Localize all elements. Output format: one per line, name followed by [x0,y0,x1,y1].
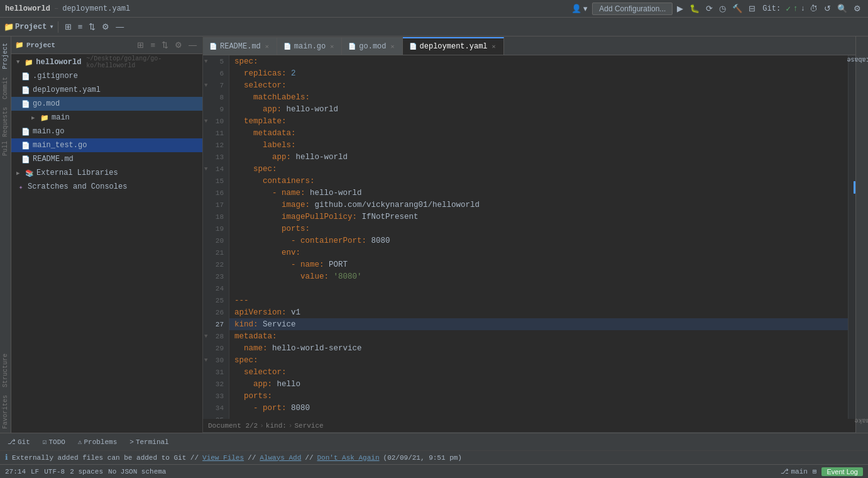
notification-bar: ℹ Externally added files can be added to… [0,450,868,464]
line-10: ▼10 [203,115,229,127]
tree-item-deployment[interactable]: 📄 deployment.yaml [11,83,202,97]
status-schema[interactable]: No JSON schema [108,468,166,475]
panel-sort-button[interactable]: ⇅ [160,40,170,50]
tab-readme[interactable]: 📄 README.md ✕ [203,37,277,55]
status-indent[interactable]: 2 spaces [70,468,103,475]
tree-root-arrow: ▼ [16,59,22,65]
project-label[interactable]: Project ▾ [15,22,54,31]
status-charset[interactable]: UTF-8 [44,468,65,475]
toolbar-sort-button[interactable]: ⇅ [86,21,98,33]
status-branch[interactable]: ⎇ main [781,467,807,475]
toolbar-settings-button[interactable]: ⚙ [99,21,112,33]
tool-terminal[interactable]: > Terminal [126,437,172,447]
tool-git[interactable]: ⎇ Git [4,436,34,447]
toolbar-new-button[interactable]: ⊞ [62,21,74,33]
tree-item-readme[interactable]: 📄 README.md [11,152,202,166]
vcs-diff-button[interactable]: ⊟ [747,3,757,14]
event-log-button[interactable]: Event Log [821,467,863,476]
status-position[interactable]: 27:14 [5,468,26,475]
settings-button[interactable]: ⚙ [852,3,863,14]
status-makefile-icon: ⊞ [813,467,817,475]
tree-item-gitignore[interactable]: 📄 .gitignore [11,69,202,83]
search-button[interactable]: 🔍 [835,3,849,14]
line-22: 22 [203,258,229,270]
file-tree: ▼ 📁 helloworld ~/Desktop/golang/go-ko/he… [11,54,202,433]
main-folder-icon: 📁 [40,114,49,122]
tree-item-main-folder[interactable]: ▶ 📁 main [11,111,202,125]
gitignore-icon: 📄 [21,72,30,81]
breadcrumb-service[interactable]: Service [294,422,323,430]
sidebar-icon-project[interactable]: Project [1,39,10,73]
notification-timestamp: (02/09/21, 9:51 pm) [383,454,462,462]
tree-root[interactable]: ▼ 📁 helloworld ~/Desktop/golang/go-ko/he… [11,55,202,69]
tab-gomod-close[interactable]: ✕ [390,43,396,50]
add-config-button[interactable]: Add Configuration... [592,3,673,15]
panel-list-button[interactable]: ≡ [148,40,157,50]
tab-maingo-label: main.go [294,42,326,51]
tab-readme-close[interactable]: ✕ [264,43,270,50]
tool-todo[interactable]: ☑ TODO [39,436,69,447]
tree-item-external-libs[interactable]: ▶ 📚 External Libraries [11,166,202,180]
breadcrumb-doc[interactable]: Document 2/2 [208,422,258,430]
notification-always-add[interactable]: Always Add [260,454,301,462]
notification-dont-ask[interactable]: Don't Ask Again [317,454,380,462]
sidebar-icon-favorites[interactable]: Favorites [1,391,10,433]
line-9: 9 [203,103,229,115]
run-button[interactable]: ▶ [675,3,685,14]
tab-maingo[interactable]: 📄 main.go ✕ [277,37,342,55]
sidebar-icon-pull-requests[interactable]: Pull Requests [1,103,10,160]
tab-gomod[interactable]: 📄 go.mod ✕ [342,37,402,55]
code-line-13: app: hello-world [229,151,848,163]
code-line-28: metadata: [229,330,848,342]
tool-terminal-icon: > [129,438,134,446]
code-line-20: - containerPort: 8080 [229,235,848,247]
code-line-9: app: hello-world [229,103,848,115]
code-line-35 [229,414,848,419]
code-line-6: replicas: 2 [229,67,848,79]
right-sidebar-database[interactable]: Database [842,55,868,64]
status-makefile[interactable]: ⊞ [813,467,817,475]
status-bar-left: 27:14 LF UTF-8 2 spaces No JSON schema [5,468,776,475]
tab-deployment[interactable]: 📄 deployment.yaml ✕ [403,37,504,55]
tree-root-path: ~/Desktop/golang/go-ko/helloworld [86,55,202,69]
project-panel: 📁 Project ⊞ ≡ ⇅ ⚙ — ▼ 📁 helloworld ~/Des… [11,36,203,433]
line-26: 26 [203,306,229,318]
breadcrumb-kind[interactable]: kind: [266,422,287,430]
notification-view-files[interactable]: View Files [202,454,244,462]
tool-problems[interactable]: ⚠ Problems [74,436,121,447]
tool-todo-label: TODO [48,438,65,446]
line-17: 17 [203,199,229,211]
readme-icon: 📄 [21,155,30,164]
tab-deployment-close[interactable]: ✕ [491,43,497,50]
debug-button[interactable]: 🐛 [688,3,701,14]
toolbar-hide-button[interactable]: — [113,21,126,33]
code-content[interactable]: spec: replicas: 2 selector: matchLabels:… [229,55,848,419]
toolbar-list-button[interactable]: ≡ [75,21,85,33]
user-button[interactable]: 👤 ▾ [569,3,590,14]
rollback-button[interactable]: ↺ [822,3,833,14]
tree-item-maintestgo[interactable]: 📄 main_test.go [11,138,202,152]
tree-item-maingo[interactable]: 📄 main.go [11,125,202,138]
minimap[interactable] [848,55,855,419]
tree-item-gomod[interactable]: 📄 go.mod [11,97,202,111]
panel-settings-button[interactable]: ⚙ [173,40,184,50]
coverage-button[interactable]: ⟳ [704,3,715,14]
notification-message: Externally added files can be added to G… [12,454,199,462]
tool-terminal-label: Terminal [136,438,169,446]
profile-button[interactable]: ◷ [717,3,728,14]
panel-close-button[interactable]: — [187,40,199,50]
right-sidebar-make[interactable]: make [849,415,868,425]
tab-maingo-close[interactable]: ✕ [329,43,335,50]
code-line-22: - name: PORT [229,258,848,270]
sidebar-icon-structure[interactable]: Structure [1,350,10,391]
status-branch-value: main [791,468,807,475]
build-button[interactable]: 🔨 [730,3,744,14]
tool-problems-icon: ⚠ [78,438,82,446]
sidebar-icon-commit[interactable]: Commit [1,73,10,103]
history-button[interactable]: ⏱ [808,3,820,14]
project-folder-icon: 📁 [4,22,14,32]
status-lf[interactable]: LF [31,468,39,475]
tree-item-scratches[interactable]: ✦ Scratches and Consoles [11,180,202,194]
line-19: 19 [203,223,229,235]
panel-expand-button[interactable]: ⊞ [135,40,146,50]
